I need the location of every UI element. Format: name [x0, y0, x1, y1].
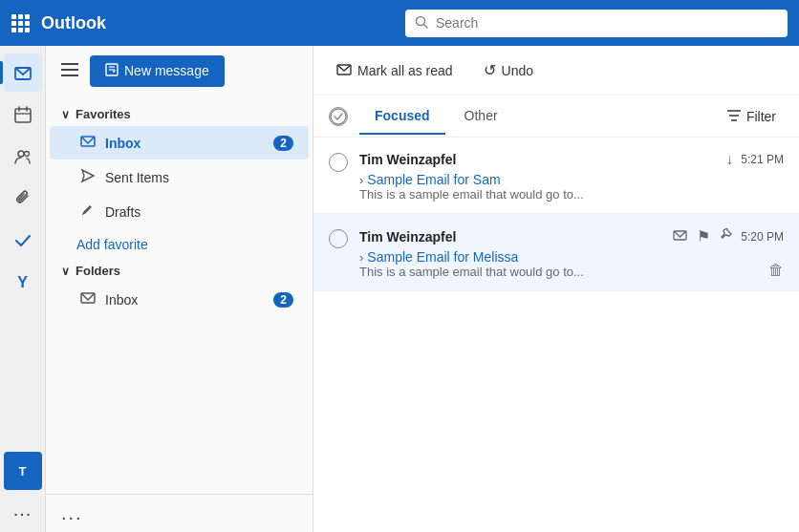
- svg-point-7: [18, 151, 24, 157]
- nav-more[interactable]: ···: [4, 494, 42, 532]
- drafts-label: Drafts: [105, 204, 293, 220]
- tab-focused[interactable]: Focused: [359, 98, 445, 135]
- nav-yammer[interactable]: Y: [4, 264, 42, 302]
- email-actions-2: ⚑ 5:20 PM: [671, 225, 784, 247]
- top-bar: Outlook: [0, 0, 799, 46]
- inbox-bottom-icon: [80, 290, 96, 309]
- email-subject-1[interactable]: Sample Email for Sam: [367, 172, 500, 187]
- undo-label: Undo: [502, 63, 533, 78]
- email-subject-prefix-1: ›: [359, 173, 363, 187]
- undo-button[interactable]: ↺ Undo: [476, 57, 541, 83]
- inbox-label: Inbox: [105, 136, 264, 151]
- filter-icon: [727, 109, 741, 124]
- search-icon: [415, 15, 428, 32]
- new-message-button[interactable]: New message: [90, 55, 225, 87]
- sidebar: New message ∨ Favorites Inbox 2: [46, 46, 313, 532]
- email-list: Tim Weinzapfel ↓ 5:21 PM ›Sample Email f…: [313, 138, 799, 532]
- undo-icon: ↺: [484, 61, 496, 79]
- inbox-icon: [80, 134, 96, 152]
- check-icon: [330, 113, 347, 128]
- email-sender-1: Tim Weinzapfel: [359, 152, 456, 167]
- compose-icon: [105, 63, 119, 79]
- hamburger-icon[interactable]: [57, 57, 82, 85]
- chevron-down-icon: ∨: [61, 108, 70, 121]
- nav-mail[interactable]: [4, 53, 42, 92]
- sidebar-item-drafts[interactable]: Drafts: [50, 195, 309, 228]
- sidebar-bottom: ...: [46, 494, 313, 532]
- nav-user-avatar[interactable]: T: [4, 452, 42, 490]
- main-layout: Y T ···: [0, 46, 799, 532]
- email-preview-2: This is a sample email that would go to.…: [359, 265, 784, 279]
- inbox-bottom-badge: 2: [273, 292, 293, 308]
- email-item-2[interactable]: Tim Weinzapfel ⚑: [313, 214, 799, 291]
- email-time-1: 5:21 PM: [741, 153, 784, 166]
- sent-icon: [80, 168, 96, 186]
- grid-dots: [11, 14, 30, 32]
- email-sender-2: Tim Weinzapfel: [359, 229, 456, 245]
- email-subject-2[interactable]: Sample Email for Melissa: [367, 249, 518, 265]
- preview-text-2: This is a sample email that would go to.…: [359, 265, 584, 279]
- pin-icon[interactable]: [718, 226, 735, 247]
- email-select-2[interactable]: [329, 229, 348, 248]
- email-preview-1: This is a sample email that would go to.…: [359, 187, 784, 202]
- new-message-label: New message: [124, 63, 209, 78]
- flag-icon[interactable]: ⚑: [695, 225, 712, 247]
- email-header-1: Tim Weinzapfel ↓ 5:21 PM: [359, 149, 784, 170]
- icon-rail: Y T ···: [0, 46, 46, 532]
- filter-label: Filter: [746, 109, 776, 124]
- email-actions-1: ↓ 5:21 PM: [723, 149, 784, 170]
- favorites-section-header[interactable]: ∨ Favorites: [46, 103, 313, 125]
- email-item-1[interactable]: Tim Weinzapfel ↓ 5:21 PM ›Sample Email f…: [313, 138, 799, 214]
- more-button[interactable]: ...: [61, 502, 83, 524]
- folders-label: Folders: [76, 264, 120, 278]
- nav-calendar[interactable]: [4, 96, 42, 134]
- email-select-1[interactable]: [329, 153, 348, 172]
- inbox-badge: 2: [273, 136, 293, 151]
- tabs-row: Focused Other Filter: [313, 96, 799, 138]
- svg-line-1: [424, 24, 428, 28]
- add-favorite-label: Add favorite: [76, 237, 148, 252]
- tab-other[interactable]: Other: [449, 98, 513, 135]
- drafts-icon: [80, 202, 96, 221]
- add-favorite-button[interactable]: Add favorite: [46, 229, 313, 260]
- tab-focused-label: Focused: [375, 108, 430, 123]
- favorites-label: Favorites: [76, 107, 131, 121]
- nav-paperclip[interactable]: [4, 180, 42, 218]
- download-icon[interactable]: ↓: [723, 149, 735, 170]
- email-content-1: Tim Weinzapfel ↓ 5:21 PM ›Sample Email f…: [359, 149, 784, 202]
- sidebar-item-sent[interactable]: Sent Items: [50, 160, 309, 194]
- mark-all-read-button[interactable]: Mark all as read: [329, 57, 461, 83]
- filter-button[interactable]: Filter: [720, 105, 784, 128]
- sidebar-item-inbox[interactable]: Inbox 2: [50, 126, 309, 160]
- svg-point-8: [24, 152, 29, 157]
- sidebar-item-inbox-bottom[interactable]: Inbox 2: [50, 283, 309, 316]
- email-subject-row-1: ›Sample Email for Sam: [359, 172, 784, 187]
- mark-all-read-label: Mark all as read: [357, 63, 453, 78]
- mail-icon[interactable]: [671, 226, 689, 247]
- apps-icon[interactable]: [11, 14, 30, 32]
- nav-checkmark[interactable]: [4, 222, 42, 260]
- select-all-circle[interactable]: [329, 107, 348, 126]
- email-time-2: 5:20 PM: [741, 230, 784, 244]
- search-input[interactable]: [436, 15, 778, 31]
- svg-rect-3: [15, 109, 31, 122]
- inbox-bottom-label: Inbox: [105, 292, 264, 308]
- email-header-2: Tim Weinzapfel ⚑: [359, 225, 784, 247]
- folders-section-header[interactable]: ∨ Folders: [46, 260, 313, 282]
- svg-marker-16: [82, 170, 94, 181]
- email-subject-prefix-2: ›: [359, 250, 363, 265]
- app-title: Outlook: [41, 13, 106, 33]
- svg-point-19: [331, 109, 346, 124]
- delete-icon[interactable]: 🗑: [768, 265, 784, 279]
- email-toolbar: Mark all as read ↺ Undo: [313, 46, 799, 96]
- sent-label: Sent Items: [105, 170, 293, 185]
- tab-other-label: Other: [464, 108, 498, 123]
- sidebar-nav: ∨ Favorites Inbox 2: [46, 96, 313, 494]
- email-area: Mark all as read ↺ Undo Focused: [313, 46, 799, 532]
- email-subject-row-2: ›Sample Email for Melissa: [359, 249, 784, 265]
- nav-people[interactable]: [4, 138, 42, 176]
- sidebar-toolbar: New message: [46, 46, 313, 96]
- search-bar[interactable]: [405, 10, 788, 37]
- mark-read-icon: [336, 61, 352, 79]
- email-content-2: Tim Weinzapfel ⚑: [359, 225, 784, 279]
